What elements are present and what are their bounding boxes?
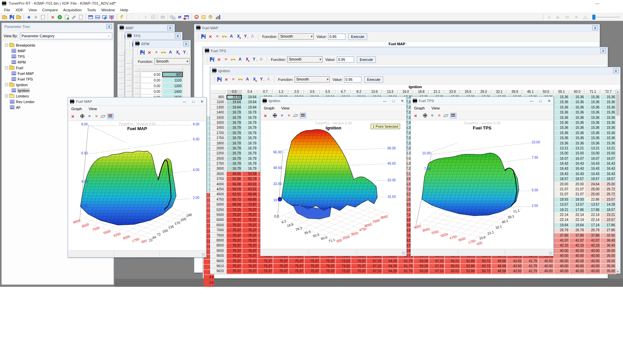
ignition-cell[interactable]: 66.44 [242, 192, 258, 197]
ignition-cell[interactable]: 16.07 [601, 156, 616, 161]
ignition-cell[interactable]: 43.93 [507, 269, 522, 273]
ignition-cell[interactable]: 15.36 [570, 125, 585, 130]
ignition-cell[interactable]: 18.57 [601, 208, 616, 212]
ignition-row-header[interactable]: 5000 [211, 202, 226, 207]
row-header-cell[interactable] [119, 67, 125, 73]
import-table-icon[interactable] [184, 15, 190, 20]
edit-a-icon[interactable]: A [237, 57, 243, 62]
ignition-cell[interactable]: 70.37 [351, 259, 366, 264]
ignition-row-header[interactable]: 3000 [211, 166, 226, 171]
ignition-cell[interactable]: 75.37 [242, 228, 258, 233]
ignition-cell[interactable]: 40.00 [585, 264, 600, 269]
close-x-icon[interactable]: × [263, 113, 268, 118]
ignition-row-header[interactable]: 2750 [211, 161, 226, 166]
ignition-col-header[interactable]: 10.6 [367, 90, 382, 94]
ignition-cell[interactable]: 75.37 [320, 269, 335, 273]
ignition-cell[interactable]: 75.37 [289, 269, 304, 273]
text-label-icon[interactable]: A [258, 57, 264, 62]
ignition-cell[interactable]: 40.00 [538, 269, 554, 273]
ignition-col-header[interactable]: 21.1 [429, 90, 444, 94]
ignition-cell[interactable]: 15.36 [570, 120, 585, 125]
ignition-cell[interactable]: 26.79 [585, 228, 600, 233]
ignition-cell[interactable]: 15.36 [570, 141, 585, 146]
ignition-row-header[interactable]: 3500 [211, 172, 226, 176]
surface-3d-icon[interactable] [293, 113, 299, 118]
ignition-cell[interactable]: 42.15 [585, 243, 600, 248]
edit-a-icon[interactable]: A [168, 50, 173, 55]
ignition-cell[interactable]: 15.00 [585, 151, 600, 156]
ignition-cell[interactable]: 35.00 [601, 269, 616, 273]
timer-icon[interactable] [208, 15, 214, 20]
ignition-cell[interactable]: 75.37 [242, 233, 258, 238]
minimize-icon[interactable]: — [383, 97, 386, 105]
ignition-cell[interactable]: 75.37 [242, 218, 258, 222]
ignition-col-header[interactable]: 0.7 [258, 90, 273, 94]
graph-menu-view[interactable]: View [428, 106, 443, 110]
ignition-cell[interactable]: 40.00 [538, 259, 554, 264]
history-icon[interactable]: ● [143, 15, 149, 20]
ignition-row-header[interactable]: 8000 [211, 238, 226, 243]
minimize-button[interactable]: — [592, 0, 602, 7]
execute-button[interactable]: Execute [357, 56, 376, 63]
ignition-cell[interactable]: 63.22 [242, 187, 258, 192]
minus-expander-icon[interactable]: − [5, 44, 8, 47]
ignition-cell[interactable]: 75.37 [305, 269, 320, 273]
ignition-cell[interactable]: 75.37 [273, 269, 289, 273]
ignition-row-header[interactable]: 1700 [211, 131, 226, 135]
sync-arrows-icon[interactable]: ⇄ [177, 15, 183, 20]
ignition-cell[interactable]: 35.00 [601, 264, 616, 269]
ignition-cell[interactable]: 22.14 [554, 218, 569, 222]
ignition-cell[interactable]: 16.79 [227, 146, 242, 151]
trace-blue-icon[interactable]: ≈ [429, 113, 435, 118]
ignition-cell[interactable]: 18.57 [585, 177, 600, 181]
ignition-cell[interactable]: 40.00 [554, 269, 569, 273]
ignition-row-header[interactable]: 900 [211, 95, 226, 99]
ignition-cell[interactable]: 18.57 [570, 177, 585, 181]
ignition-cell[interactable]: 16.79 [227, 110, 242, 115]
ignition-row-header[interactable]: 8500 [211, 243, 226, 248]
ignition-cell[interactable]: 22.14 [570, 218, 585, 222]
ignition-cell[interactable]: 20.00 [570, 182, 585, 187]
x-axis-icon[interactable]: X▲ [252, 77, 257, 82]
ignition-cell[interactable]: 40.00 [554, 264, 569, 269]
record-icon[interactable]: ● [546, 15, 552, 20]
tps-close-button[interactable]: x [175, 33, 181, 38]
row-header-cell[interactable] [119, 50, 125, 56]
row-header-cell[interactable] [126, 64, 132, 69]
fuel-tps-surface-plot[interactable]: TunerPro - Version 5.00Fuel TPS10.007.50… [411, 120, 553, 249]
map-close-button[interactable]: x [167, 25, 173, 30]
menu-acquisition[interactable]: Acquisition [61, 8, 85, 12]
ignition-col-header[interactable]: 50.5 [538, 90, 554, 94]
ignition-cell[interactable]: 59.29 [414, 259, 429, 264]
add-parameter-icon[interactable]: + [57, 15, 63, 20]
ignition-cell[interactable]: 75.37 [227, 264, 242, 269]
tools-wrench-icon[interactable] [71, 15, 77, 20]
ignition-col-header[interactable]: 1.2 [273, 90, 289, 94]
ignition-cell[interactable]: 13.21 [585, 146, 600, 151]
ignition-cell[interactable]: 16.43 [554, 172, 569, 176]
ignition-cell[interactable]: 42.15 [554, 243, 569, 248]
ignition-cell[interactable]: 32.50 [601, 233, 616, 238]
menu-tools[interactable]: Tools [84, 8, 99, 12]
color-bands-icon[interactable] [108, 114, 113, 119]
ignition-cell[interactable]: 61.79 [398, 269, 413, 273]
ignition-cell[interactable]: 16.79 [227, 161, 242, 166]
ignition-cell[interactable]: 62.51 [227, 192, 242, 197]
ignition-cell[interactable]: 15.36 [554, 100, 569, 104]
ignition-row-header[interactable]: 1400 [211, 110, 226, 115]
ignition-cell[interactable]: 75.37 [273, 259, 289, 264]
ignition-cell[interactable]: 26.79 [554, 228, 569, 233]
ignition-cell[interactable]: 52.86 [460, 269, 476, 273]
ignition-cell[interactable]: 75.37 [242, 269, 258, 273]
ignition-cell[interactable]: 19.64 [227, 105, 242, 110]
resize-grip[interactable] [549, 252, 552, 255]
save-icon[interactable] [201, 34, 206, 39]
fuel-tps-cell-partial[interactable]: 3.5 [204, 280, 214, 285]
ignition-cell[interactable]: 75.37 [320, 264, 335, 269]
ignition-cell[interactable]: 16.79 [242, 110, 258, 115]
ignition-col-header[interactable]: 55.1 [554, 90, 569, 94]
ignition-cell[interactable]: 16.43 [585, 161, 600, 166]
row-header-cell[interactable] [126, 92, 132, 97]
ignition-row-header[interactable]: 7000 [211, 228, 226, 233]
ignition-cell[interactable]: 16.43 [570, 166, 585, 171]
